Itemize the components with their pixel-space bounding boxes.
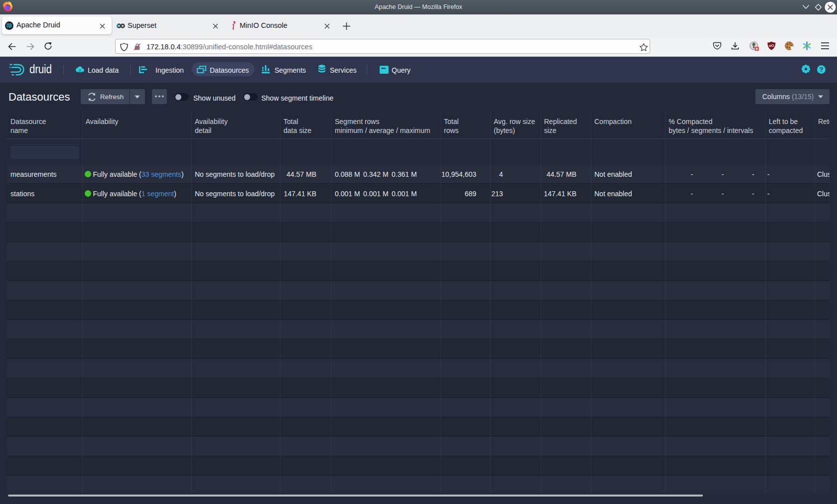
svg-text:uO: uO bbox=[769, 43, 774, 48]
svg-text:?: ? bbox=[820, 66, 824, 73]
